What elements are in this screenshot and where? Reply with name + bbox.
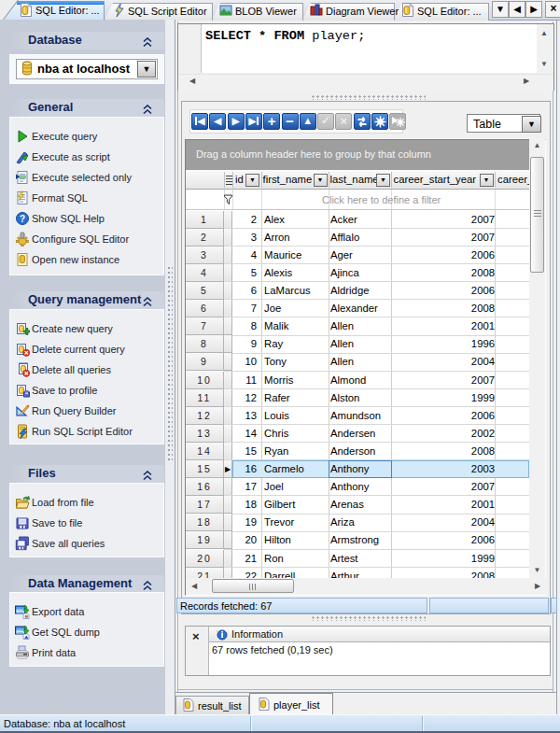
svg-text:?: ? bbox=[20, 214, 25, 224]
